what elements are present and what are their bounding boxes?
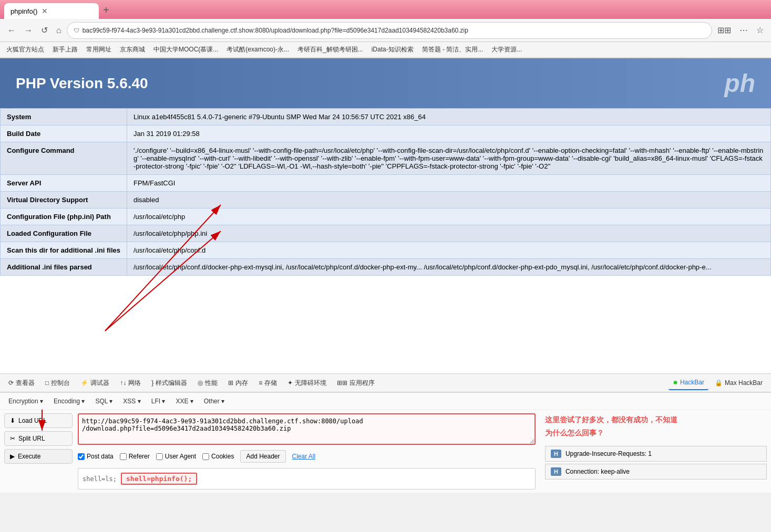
maxhackbar-lock-icon: 🔒: [715, 379, 723, 387]
sql-label: SQL: [95, 398, 108, 405]
tab-title: phpinfo(): [11, 7, 37, 15]
sql-dropdown-icon: ▾: [109, 398, 112, 405]
console-icon: □: [45, 379, 49, 387]
forward-button[interactable]: →: [21, 24, 36, 37]
encryption-menu[interactable]: Encryption ▾: [4, 396, 47, 406]
cookies-check-input[interactable]: [202, 453, 209, 460]
shell-value: shell=phpinfo();: [121, 473, 197, 485]
bookmark-button[interactable]: ☆: [753, 23, 767, 37]
table-cell-key: Loaded Configuration File: [1, 225, 127, 242]
table-cell-value: FPM/FastCGI: [127, 175, 770, 192]
clear-all-button[interactable]: Clear All: [292, 453, 316, 460]
xxe-dropdown-icon: ▾: [190, 398, 193, 405]
debugger-label: 调试器: [90, 379, 109, 388]
cookies-checkbox[interactable]: Cookies: [202, 453, 234, 460]
encoding-label: Encoding: [54, 398, 80, 405]
devtools-console[interactable]: □ 控制台: [41, 377, 74, 390]
lfi-menu[interactable]: LFI ▾: [147, 396, 170, 406]
execute-button[interactable]: ▶ Execute: [4, 449, 73, 464]
devtools-bar: ⟳ 查看器 □ 控制台 ⚡ 调试器 ↑↓ 网络 } 样式编辑器 ◎ 性能 ⊞ 内…: [0, 373, 771, 392]
table-cell-value: /usr/local/etc/php/php.ini: [127, 225, 770, 242]
load-url-icon: ⬇: [10, 417, 15, 424]
devtools-debugger[interactable]: ⚡ 调试器: [76, 377, 114, 390]
table-row: SystemLinux a1eb4f455c81 5.4.0-71-generi…: [1, 109, 771, 126]
split-url-label: Split URL: [18, 435, 45, 442]
devtools-maxhackbar[interactable]: 🔒 Max HackBar: [711, 377, 767, 389]
bookmark-newbie[interactable]: 新手上路: [50, 44, 80, 55]
post-data-checkbox[interactable]: Post data: [78, 453, 114, 460]
back-button[interactable]: ←: [4, 24, 19, 37]
split-url-button[interactable]: ✂ Split URL: [4, 431, 73, 446]
table-cell-value: disabled: [127, 192, 770, 208]
xxe-menu[interactable]: XXE ▾: [171, 396, 197, 406]
devtools-performance[interactable]: ◎ 性能: [193, 377, 222, 390]
annotation-line2: 为什么怎么回事？: [545, 429, 604, 437]
bookmark-kaoyan[interactable]: 考研百科_解锁考研困...: [295, 44, 365, 55]
header-connection: H Connection: keep-alive: [545, 464, 767, 479]
execute-icon: ▶: [10, 453, 15, 460]
referer-check-input[interactable]: [120, 453, 127, 460]
memory-label: 内存: [235, 379, 248, 388]
table-cell-value: './configure' '--build=x86_64-linux-musl…: [127, 142, 770, 175]
table-cell-value: Linux a1eb4f455c81 5.4.0-71-generic #79-…: [127, 109, 770, 126]
bookmark-idata[interactable]: iData-知识检索: [369, 44, 416, 55]
tab-close-button[interactable]: ✕: [42, 7, 48, 15]
menu-button[interactable]: ⋯: [736, 23, 751, 37]
referer-checkbox[interactable]: Referer: [120, 453, 150, 460]
devtools-accessibility[interactable]: ✦ 无障碍环境: [283, 377, 331, 390]
tab-bar: phpinfo() ✕ +: [0, 0, 771, 19]
extensions-button[interactable]: ⊞⊞: [714, 23, 734, 37]
execute-label: Execute: [18, 453, 40, 460]
bookmark-huhu[interactable]: 火狐官方站点: [4, 44, 46, 55]
bookmark-examcoo[interactable]: 考试酷(examcoo)-永...: [224, 44, 291, 55]
devtools-hackbar[interactable]: ● HackBar: [669, 375, 708, 390]
encoding-menu[interactable]: Encoding ▾: [49, 396, 89, 406]
other-menu[interactable]: Other ▾: [200, 396, 229, 406]
table-cell-key: Server API: [1, 175, 127, 192]
maxhackbar-label: Max HackBar: [725, 379, 763, 387]
bookmark-jianda[interactable]: 简答题 - 简洁、实用...: [420, 44, 486, 55]
devtools-inspector[interactable]: ⟳ 查看器: [4, 377, 39, 390]
table-row: Virtual Directory Supportdisabled: [1, 192, 771, 208]
bookmark-mooc[interactable]: 中国大学MOOC(慕课...: [151, 44, 220, 55]
devtools-memory[interactable]: ⊞ 内存: [224, 377, 252, 390]
header-h2-icon: H: [551, 467, 561, 476]
post-data-check-input[interactable]: [78, 453, 85, 460]
add-header-button[interactable]: Add Header: [240, 450, 285, 463]
active-tab[interactable]: phpinfo() ✕: [4, 3, 99, 19]
devtools-storage[interactable]: ≡ 存储: [254, 377, 281, 390]
hackbar-area: Encryption ▾ Encoding ▾ SQL ▾ XSS ▾ LFI …: [0, 392, 771, 493]
devtools-style-editor[interactable]: } 样式编辑器: [147, 377, 191, 390]
bookmarks-bar: 火狐官方站点 新手上路 常用网址 京东商城 中国大学MOOC(慕课... 考试酷…: [0, 42, 771, 58]
user-agent-label: User Agent: [165, 453, 196, 460]
user-agent-check-input[interactable]: [156, 453, 163, 460]
encryption-label: Encryption: [8, 398, 38, 405]
network-icon: ↑↓: [120, 379, 126, 387]
hackbar-dot-icon: ●: [673, 378, 678, 387]
load-url-button[interactable]: ⬇ Load URL: [4, 413, 73, 428]
bookmark-jd[interactable]: 京东商城: [118, 44, 147, 55]
address-text: bac99c59-f974-4ac3-9e93-91a301cd2bbd.cha…: [83, 27, 705, 34]
split-url-icon: ✂: [10, 435, 15, 442]
header-upgrade-value: Upgrade-Insecure-Requests: 1: [566, 450, 652, 457]
reload-button[interactable]: ↺: [38, 23, 51, 37]
xss-menu[interactable]: XSS ▾: [119, 396, 145, 406]
storage-label: 存储: [264, 379, 277, 388]
table-row: Configuration File (php.ini) Path/usr/lo…: [1, 208, 771, 225]
address-bar[interactable]: 🛡 bac99c59-f974-4ac3-9e93-91a301cd2bbd.c…: [67, 22, 712, 39]
url-input[interactable]: http://bac99c59-f974-4ac3-9e93-91a301cd2…: [78, 413, 536, 445]
style-editor-icon: }: [151, 379, 153, 387]
devtools-network[interactable]: ↑↓ 网络: [116, 377, 145, 390]
style-editor-label: 样式编辑器: [156, 379, 187, 388]
new-tab-button[interactable]: +: [103, 4, 109, 16]
sql-menu[interactable]: SQL ▾: [91, 396, 117, 406]
performance-label: 性能: [205, 379, 218, 388]
bookmark-common[interactable]: 常用网址: [84, 44, 114, 55]
other-dropdown-icon: ▾: [221, 398, 224, 405]
devtools-application[interactable]: ⊞⊞ 应用程序: [333, 377, 379, 390]
memory-icon: ⊞: [228, 379, 233, 387]
home-button[interactable]: ⌂: [53, 24, 65, 37]
post-data-label: Post data: [87, 453, 114, 460]
bookmark-daxue[interactable]: 大学资源...: [489, 44, 524, 55]
user-agent-checkbox[interactable]: User Agent: [156, 453, 196, 460]
